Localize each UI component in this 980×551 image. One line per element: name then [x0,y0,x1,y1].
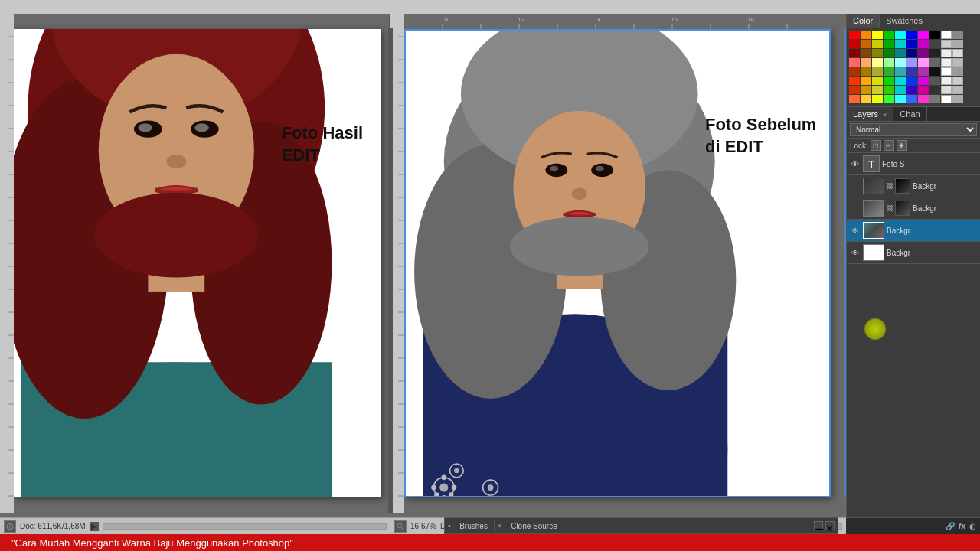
swatch-darkgreen[interactable] [884,40,894,48]
swatch-r6-1[interactable] [849,77,860,85]
swatch-cyan[interactable] [895,31,906,39]
swatch-r8-7[interactable] [918,95,929,103]
swatch-magenta[interactable] [918,31,929,39]
swatch-medgray[interactable] [952,40,963,48]
swatch-darkblue[interactable] [906,40,917,48]
swatch-r6-2[interactable] [861,77,871,85]
swatch-gray[interactable] [952,31,963,39]
layer-eye-5[interactable]: 👁 [850,247,861,258]
swatch-darkcyan[interactable] [895,40,906,48]
swatch-r5-3[interactable] [872,67,883,76]
swatch-orange[interactable] [861,31,871,39]
swatch-r6-3[interactable] [872,77,883,85]
swatch-r4-4[interactable] [884,58,894,67]
swatch-r7-10[interactable] [952,86,963,94]
swatch-r3-9[interactable] [941,49,952,57]
swatch-r7-1[interactable] [849,86,860,94]
swatch-r5-4[interactable] [884,67,894,76]
swatch-r5-8[interactable] [929,67,940,76]
swatch-r3-6[interactable] [906,49,917,57]
brushes-panel-handle[interactable]: ▪ [445,522,453,530]
swatch-blue[interactable] [906,31,917,39]
swatch-r3-5[interactable] [895,49,906,57]
fx-icon-bottom[interactable]: fx [959,522,965,530]
brushes-close-btn[interactable]: × [495,522,505,530]
layer-eye-2[interactable]: 👁 [850,181,861,191]
swatch-green[interactable] [884,31,894,39]
panel-divider[interactable] [388,28,393,513]
swatch-r7-5[interactable] [895,86,906,94]
swatch-r8-4[interactable] [884,95,894,103]
swatch-r3-8[interactable] [929,49,940,57]
layer-item-5[interactable]: 👁 Backgr [847,242,980,264]
swatch-r7-9[interactable] [941,86,952,94]
layer-item-text[interactable]: 👁 T Foto S [847,153,980,175]
right-document[interactable]: 10 12 14 16 18 [390,14,846,513]
layer-eye-1[interactable]: 👁 [850,158,861,169]
swatch-r5-2[interactable] [861,67,871,76]
swatch-r4-1[interactable] [849,58,860,67]
adj-icon-bottom[interactable]: ◐ [969,522,976,530]
clone-source-tab[interactable]: Clone Source [505,520,564,532]
swatch-r8-3[interactable] [872,95,883,103]
layer-item-2[interactable]: 👁 ⛓ Backgr [847,175,980,197]
swatch-darkmagenta[interactable] [918,40,929,48]
swatch-r5-9[interactable] [941,67,952,76]
layer-eye-4[interactable]: 👁 [850,225,861,236]
swatch-r5-7[interactable] [918,67,929,76]
swatch-r3-3[interactable] [872,49,883,57]
lock-transparency-btn[interactable]: ▢ [871,140,881,151]
left-document[interactable]: Foto Hasil EDIT [0,14,390,513]
left-scrollbar-h[interactable] [103,523,387,530]
swatch-r4-8[interactable] [929,58,940,67]
tab-color[interactable]: Color [847,14,880,28]
layer-item-3[interactable]: 👁 ⛓ Backgr [847,197,980,220]
swatch-r4-5[interactable] [895,58,906,67]
color-swatches-tabs[interactable]: Color Swatches [847,14,980,28]
swatch-black[interactable] [929,31,940,39]
swatch-r8-6[interactable] [906,95,917,103]
swatch-r3-7[interactable] [918,49,929,57]
swatch-yellow[interactable] [872,31,883,39]
swatch-r7-7[interactable] [918,86,929,94]
swatch-r6-8[interactable] [929,77,940,85]
left-status-arrow[interactable]: ▶ [90,522,99,531]
swatch-r6-9[interactable] [941,77,952,85]
swatch-r7-3[interactable] [872,86,883,94]
swatch-darkorange[interactable] [861,40,871,48]
swatch-r6-5[interactable] [895,77,906,85]
swatch-r5-10[interactable] [952,67,963,76]
swatch-r5-5[interactable] [895,67,906,76]
layer-eye-3[interactable]: 👁 [850,203,861,214]
swatch-r6-4[interactable] [884,77,894,85]
layers-channels-tabs[interactable]: Layers × Chan [847,107,980,122]
tool-icon-left[interactable] [4,520,16,533]
layer-item-4-active[interactable]: 👁 Backgr [847,220,980,242]
swatch-r8-1[interactable] [849,95,860,103]
swatch-r4-2[interactable] [861,58,871,67]
swatch-darkgray2[interactable] [929,40,940,48]
swatch-lightgray[interactable] [941,40,952,48]
swatch-r8-8[interactable] [929,95,940,103]
lock-move-btn[interactable]: ✚ [897,140,907,151]
swatch-r7-4[interactable] [884,86,894,94]
swatch-r3-4[interactable] [884,49,894,57]
zoom-icon-right[interactable] [394,520,407,533]
swatch-r6-7[interactable] [918,77,929,85]
swatch-white[interactable] [941,31,952,39]
swatch-r4-7[interactable] [918,58,929,67]
swatch-r7-6[interactable] [906,86,917,94]
swatch-r6-6[interactable] [906,77,917,85]
lock-paint-btn[interactable]: ✏ [884,140,894,151]
swatch-red[interactable] [849,31,860,39]
brushes-tab[interactable]: Brushes [453,520,495,532]
swatch-r7-8[interactable] [929,86,940,94]
panel-minimize-btn[interactable]: ─ [814,521,823,530]
swatch-r3-10[interactable] [952,49,963,57]
swatch-r4-3[interactable] [872,58,883,67]
swatch-r3-2[interactable] [861,49,871,57]
swatch-r5-1[interactable] [849,67,860,76]
swatch-darkyellow[interactable] [872,40,883,48]
swatch-r3-1[interactable] [849,49,860,57]
swatch-r8-5[interactable] [895,95,906,103]
